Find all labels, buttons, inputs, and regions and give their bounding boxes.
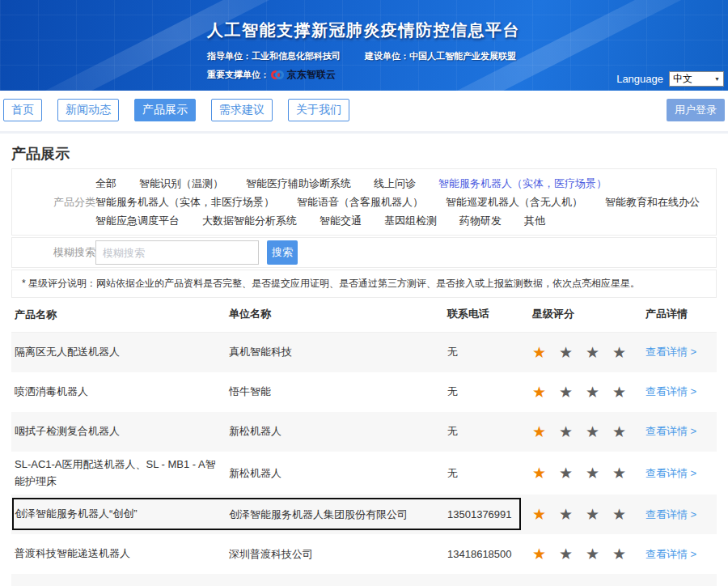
category-item[interactable]: 智能医疗辅助诊断系统 <box>246 176 351 190</box>
company-name-cell: 悟牛智能 <box>229 384 447 399</box>
column-header: 产品名称 <box>11 307 229 324</box>
jd-cloud-logo-icon <box>271 70 284 79</box>
category-item[interactable]: 智能巡逻机器人（含无人机） <box>446 195 582 209</box>
detail-cell: 查看详情 > <box>645 507 717 522</box>
category-item[interactable]: 智能语音（含客服机器人） <box>297 195 423 209</box>
star-icon: ★ <box>586 505 612 524</box>
table-row: 喷洒消毒机器人悟牛智能无★★★★查看详情 > <box>11 372 717 412</box>
product-name-cell: 普渡科技智能递送机器人 <box>11 546 229 563</box>
detail-cell: 查看详情 > <box>645 345 717 359</box>
star-icon: ★ <box>532 464 559 482</box>
language-select[interactable]: 中文 ▼ <box>669 71 724 87</box>
site-header: 人工智能支撑新冠肺炎疫情防控信息平台 指导单位：工业和信息化部科技司 建设单位：… <box>0 0 728 91</box>
star-icon: ★ <box>612 464 639 482</box>
product-name-cell: 喷洒消毒机器人 <box>11 384 229 401</box>
table-row: 咽拭子检测复合机器人新松机器人无★★★★查看详情 > <box>11 412 717 452</box>
main-nav: 首页新闻动态产品展示需求建议关于我们 用户登录 <box>0 91 728 134</box>
site-title: 人工智能支撑新冠肺炎疫情防控信息平台 <box>207 19 520 41</box>
star-icon: ★ <box>532 505 559 524</box>
category-item[interactable]: 智能教育和在线办公 <box>605 195 700 209</box>
detail-cell: 查看详情 > <box>645 547 717 562</box>
star-icon: ★ <box>532 383 559 401</box>
category-item[interactable]: 智能服务机器人（实体，医疗场景） <box>438 176 607 190</box>
star-icon: ★ <box>612 383 639 401</box>
company-name-cell: 真机智能科技 <box>229 345 447 359</box>
products-table: 产品名称单位名称联系电话星级评分产品详情 隔离区无人配送机器人真机智能科技无★★… <box>11 300 717 586</box>
category-item[interactable]: 药物研发 <box>459 214 502 227</box>
language-switcher: Language 中文 ▼ <box>616 71 724 87</box>
category-filter-label: 产品分类 <box>12 195 95 210</box>
star-icon: ★ <box>586 343 612 362</box>
nav-item-demands[interactable]: 需求建议 <box>211 99 273 121</box>
build-unit-label: 建设单位：中国人工智能产业发展联盟 <box>365 50 516 62</box>
category-item[interactable]: 线上问诊 <box>374 176 416 190</box>
star-icon: ★ <box>559 545 586 563</box>
product-name-cell: 咽拭子检测复合机器人 <box>11 423 229 440</box>
stars-cell: ★★★★ <box>521 505 645 524</box>
phone-cell: 无 <box>447 466 521 481</box>
star-icon: ★ <box>532 423 559 441</box>
star-icon: ★ <box>586 464 612 482</box>
jd-cloud-logo-text: 京东智联云 <box>287 68 336 82</box>
star-icon: ★ <box>559 464 586 482</box>
support-unit-line: 重要支撑单位： 京东智联云 <box>207 68 520 82</box>
support-unit-label: 重要支撑单位： <box>207 69 269 81</box>
language-label: Language <box>616 73 663 85</box>
product-name-cell: 隔离区无人配送机器人 <box>11 344 229 361</box>
star-icon: ★ <box>612 343 639 362</box>
nav-item-home[interactable]: 首页 <box>3 99 42 121</box>
product-name-cell: 创泽智能服务机器人“创创” <box>11 506 229 523</box>
category-item[interactable]: 智能服务机器人（实体，非医疗场景） <box>95 195 274 209</box>
login-button[interactable]: 用户登录 <box>667 99 725 121</box>
table-row: 普渡科技智能递送机器人深圳普渡科技公司13418618500★★★★查看详情 > <box>11 534 717 574</box>
language-value: 中文 <box>673 72 692 86</box>
category-row: 智能应急调度平台大数据智能分析系统智能交通基因组检测药物研发其他 <box>95 211 716 230</box>
nav-item-about[interactable]: 关于我们 <box>288 99 349 121</box>
star-icon: ★ <box>559 343 586 362</box>
star-icon: ★ <box>559 505 586 524</box>
search-button[interactable]: 搜索 <box>267 240 298 265</box>
stars-cell: ★★★★ <box>521 545 645 563</box>
column-header: 产品详情 <box>645 307 717 324</box>
jd-logo-blue-circle-icon <box>275 70 284 79</box>
company-name-cell: 新松机器人 <box>229 424 447 439</box>
detail-link[interactable]: 查看详情 > <box>645 548 696 560</box>
phone-cell: 无 <box>447 384 521 399</box>
guide-unit-label: 指导单位：工业和信息化部科技司 <box>207 50 341 62</box>
category-item[interactable]: 智能识别（温测） <box>139 176 223 190</box>
detail-link[interactable]: 查看详情 > <box>645 467 696 479</box>
dropdown-arrow-icon: ▼ <box>714 76 720 82</box>
star-icon: ★ <box>586 423 612 441</box>
category-item[interactable]: 全部 <box>95 176 116 190</box>
category-item[interactable]: 基因组检测 <box>384 214 437 227</box>
star-icon: ★ <box>559 383 586 401</box>
detail-link[interactable]: 查看详情 > <box>645 385 696 397</box>
star-icon: ★ <box>612 545 639 563</box>
category-item[interactable]: 智能交通 <box>320 214 362 227</box>
nav-item-products[interactable]: 产品展示 <box>134 99 196 121</box>
star-icon: ★ <box>612 423 639 441</box>
search-input[interactable] <box>95 240 259 265</box>
category-filter-panel: 产品分类 全部智能识别（温测）智能医疗辅助诊断系统线上问诊智能服务机器人（实体，… <box>11 168 717 236</box>
phone-cell: 13501376991 <box>447 508 521 520</box>
detail-link[interactable]: 查看详情 > <box>645 346 696 358</box>
column-header: 单位名称 <box>229 307 447 324</box>
phone-cell: 13418618500 <box>447 548 521 560</box>
category-rows: 全部智能识别（温测）智能医疗辅助诊断系统线上问诊智能服务机器人（实体，医疗场景）… <box>95 174 716 230</box>
star-icon: ★ <box>586 545 612 563</box>
nav-item-news[interactable]: 新闻动态 <box>57 99 119 121</box>
detail-link[interactable]: 查看详情 > <box>645 425 696 437</box>
detail-cell: 查看详情 > <box>645 466 717 481</box>
table-row: 智能巡航消毒机器人华尔嘉（泉州）机械制造有限公司无★★★★查看详情 > <box>11 574 717 586</box>
company-name-cell: 新松机器人 <box>229 466 447 481</box>
unit-info-line: 指导单位：工业和信息化部科技司 建设单位：中国人工智能产业发展联盟 <box>207 50 520 62</box>
detail-link[interactable]: 查看详情 > <box>645 508 696 520</box>
table-body: 隔离区无人配送机器人真机智能科技无★★★★查看详情 >喷洒消毒机器人悟牛智能无★… <box>11 333 717 586</box>
category-item[interactable]: 大数据智能分析系统 <box>202 214 297 227</box>
category-item[interactable]: 智能应急调度平台 <box>95 214 180 227</box>
stars-cell: ★★★★ <box>521 423 645 441</box>
phone-cell: 无 <box>447 424 521 439</box>
rating-note: * 星级评分说明：网站依据企业的产品资料是否完整、是否提交应用证明、是否通过第三… <box>11 270 717 298</box>
page-title: 产品展示 <box>11 144 728 163</box>
category-item[interactable]: 其他 <box>524 214 545 227</box>
